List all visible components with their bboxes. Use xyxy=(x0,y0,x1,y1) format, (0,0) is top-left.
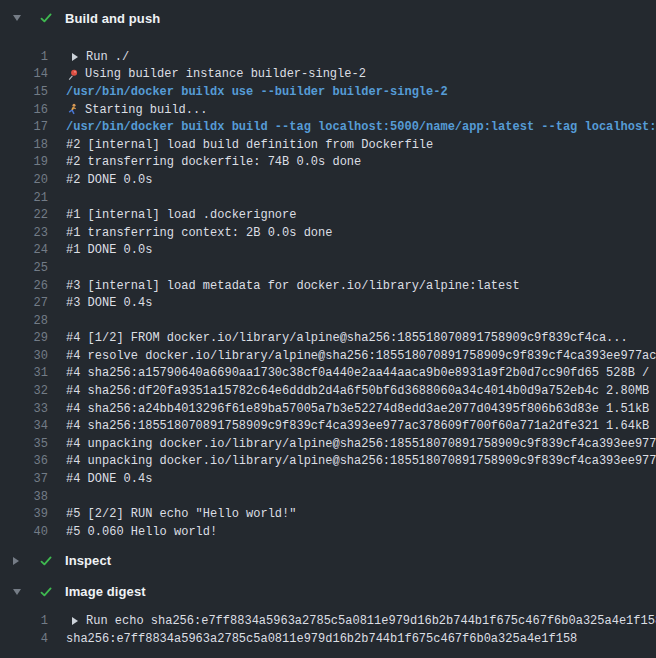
log-line-content: /usr/bin/docker buildx build --tag local… xyxy=(66,120,656,134)
log-text: #4 resolve docker.io/library/alpine@sha2… xyxy=(66,349,656,363)
line-number[interactable]: 24 xyxy=(0,243,48,257)
section-header-build-and-push[interactable]: Build and push xyxy=(0,3,656,33)
command-text: /usr/bin/docker buildx use --builder bui… xyxy=(66,85,448,99)
log-line-content: Using builder instance builder-single-2 xyxy=(66,67,656,81)
log-text: #4 sha256:a24bb4013296f61e89ba57005a7b3e… xyxy=(66,402,656,416)
log-line-content: /usr/bin/docker buildx use --builder bui… xyxy=(66,85,656,99)
line-number[interactable]: 1 xyxy=(0,50,48,64)
section-header-image-digest[interactable]: Image digest xyxy=(0,577,656,607)
line-number[interactable]: 37 xyxy=(0,472,48,486)
log-line: 26#3 [internal] load metadata for docker… xyxy=(0,277,656,295)
section-header-inspect[interactable]: Inspect xyxy=(0,546,656,576)
log-line: 22#1 [internal] load .dockerignore xyxy=(0,206,656,224)
line-number[interactable]: 22 xyxy=(0,208,48,222)
line-number[interactable]: 39 xyxy=(0,507,48,521)
log-line-content: Run ./ xyxy=(66,50,656,64)
line-number[interactable]: 17 xyxy=(0,120,48,134)
chevron-down-icon[interactable] xyxy=(13,15,29,21)
log-text: Run ./ xyxy=(86,50,129,64)
log-block-image-digest: 1Run echo sha256:e7ff8834a5963a2785c5a08… xyxy=(0,613,656,648)
runner-icon xyxy=(66,103,79,116)
log-line: 39#5 [2/2] RUN echo "Hello world!" xyxy=(0,505,656,523)
log-line-content: #4 unpacking docker.io/library/alpine@sh… xyxy=(66,437,656,451)
line-number[interactable]: 30 xyxy=(0,349,48,363)
run-expander-icon[interactable] xyxy=(72,53,78,61)
run-expander-icon[interactable] xyxy=(72,617,78,625)
line-number[interactable]: 21 xyxy=(0,191,48,205)
line-number[interactable]: 35 xyxy=(0,437,48,451)
log-text: #4 sha256:185518070891758909c9f839cf4ca3… xyxy=(66,419,656,433)
log-line-content: #2 transferring dockerfile: 74B 0.0s don… xyxy=(66,155,656,169)
log-text: #4 DONE 0.4s xyxy=(66,472,152,486)
line-number[interactable]: 23 xyxy=(0,226,48,240)
log-line-content: #4 [1/2] FROM docker.io/library/alpine@s… xyxy=(66,331,656,345)
log-text: #1 DONE 0.0s xyxy=(66,243,152,257)
log-line: 23#1 transferring context: 2B 0.0s done xyxy=(0,224,656,242)
log-line: 1Run ./ xyxy=(0,48,656,66)
log-line-content: #4 sha256:df20fa9351a15782c64e6dddb2d4a6… xyxy=(66,384,656,398)
section-title: Build and push xyxy=(65,11,160,26)
line-number[interactable]: 26 xyxy=(0,279,48,293)
log-text: #5 0.060 Hello world! xyxy=(66,525,217,539)
check-icon xyxy=(39,11,53,25)
log-line-content: #1 [internal] load .dockerignore xyxy=(66,208,656,222)
line-number[interactable]: 34 xyxy=(0,419,48,433)
log-line: 14Using builder instance builder-single-… xyxy=(0,66,656,84)
section-title: Inspect xyxy=(65,553,111,568)
log-line-content: #1 transferring context: 2B 0.0s done xyxy=(66,226,656,240)
line-number[interactable]: 36 xyxy=(0,454,48,468)
workflow-log-panel: Build and push1Run ./14Using builder ins… xyxy=(0,3,656,648)
log-line-content: #5 0.060 Hello world! xyxy=(66,525,656,539)
line-number[interactable]: 20 xyxy=(0,173,48,187)
line-number[interactable]: 19 xyxy=(0,155,48,169)
log-text: #5 [2/2] RUN echo "Hello world!" xyxy=(66,507,296,521)
line-number[interactable]: 28 xyxy=(0,314,48,328)
log-line: 28 xyxy=(0,312,656,330)
line-number[interactable]: 25 xyxy=(0,261,48,275)
chevron-down-icon[interactable] xyxy=(13,589,29,595)
log-text: #2 [internal] load build definition from… xyxy=(66,138,433,152)
log-text: Starting build... xyxy=(85,103,207,117)
check-icon xyxy=(39,554,53,568)
log-line: 29#4 [1/2] FROM docker.io/library/alpine… xyxy=(0,330,656,348)
line-number[interactable]: 38 xyxy=(0,490,48,504)
log-text: #4 [1/2] FROM docker.io/library/alpine@s… xyxy=(66,331,628,345)
log-block-build-and-push: 1Run ./14Using builder instance builder-… xyxy=(0,48,656,541)
log-line: 25 xyxy=(0,259,656,277)
log-line-content: Run echo sha256:e7ff8834a5963a2785c5a081… xyxy=(66,614,656,628)
log-line-content: #4 DONE 0.4s xyxy=(66,472,656,486)
log-line-content: #4 sha256:185518070891758909c9f839cf4ca3… xyxy=(66,419,656,433)
log-line-content: #2 [internal] load build definition from… xyxy=(66,138,656,152)
line-number[interactable]: 4 xyxy=(0,632,48,646)
line-number[interactable]: 29 xyxy=(0,331,48,345)
log-line: 18#2 [internal] load build definition fr… xyxy=(0,136,656,154)
line-number[interactable]: 40 xyxy=(0,525,48,539)
log-line: 21 xyxy=(0,189,656,207)
log-line: 31#4 sha256:a15790640a6690aa1730c38cf0a4… xyxy=(0,365,656,383)
log-text: #4 unpacking docker.io/library/alpine@sh… xyxy=(66,437,656,451)
log-line-content: #5 [2/2] RUN echo "Hello world!" xyxy=(66,507,656,521)
line-number[interactable]: 31 xyxy=(0,366,48,380)
log-line-content: Starting build... xyxy=(66,103,656,117)
log-line-content: #4 sha256:a15790640a6690aa1730c38cf0a440… xyxy=(66,366,656,380)
line-number[interactable]: 33 xyxy=(0,402,48,416)
chevron-right-icon[interactable] xyxy=(13,557,29,565)
log-text: Using builder instance builder-single-2 xyxy=(85,67,366,81)
line-number[interactable]: 27 xyxy=(0,296,48,310)
log-text: #4 unpacking docker.io/library/alpine@sh… xyxy=(66,454,656,468)
line-number[interactable]: 16 xyxy=(0,103,48,117)
log-text: #1 [internal] load .dockerignore xyxy=(66,208,296,222)
line-number[interactable]: 1 xyxy=(0,614,48,628)
log-line: 1Run echo sha256:e7ff8834a5963a2785c5a08… xyxy=(0,613,656,631)
line-number[interactable]: 32 xyxy=(0,384,48,398)
log-line: 38 xyxy=(0,488,656,506)
log-line: 17/usr/bin/docker buildx build --tag loc… xyxy=(0,118,656,136)
log-line: 30#4 resolve docker.io/library/alpine@sh… xyxy=(0,347,656,365)
log-text: #3 DONE 0.4s xyxy=(66,296,152,310)
log-line: 20#2 DONE 0.0s xyxy=(0,171,656,189)
line-number[interactable]: 15 xyxy=(0,85,48,99)
line-number[interactable]: 14 xyxy=(0,67,48,81)
log-text: #1 transferring context: 2B 0.0s done xyxy=(66,226,332,240)
line-number[interactable]: 18 xyxy=(0,138,48,152)
log-text: #2 DONE 0.0s xyxy=(66,173,152,187)
